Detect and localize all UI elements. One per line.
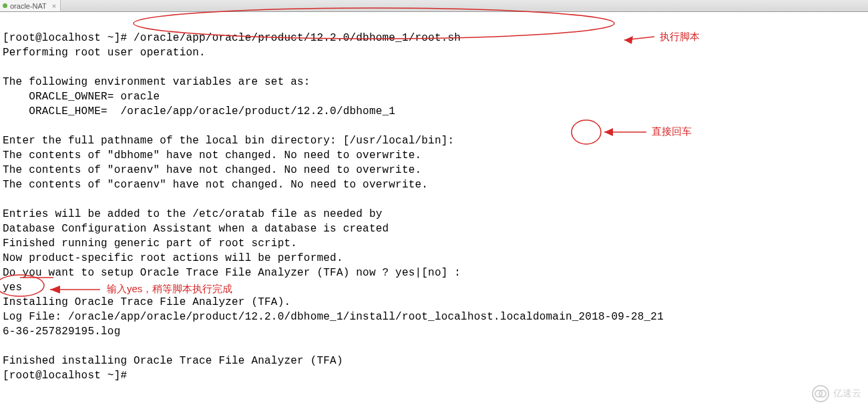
watermark-text: 亿速云 bbox=[833, 388, 861, 400]
close-icon[interactable]: × bbox=[52, 2, 56, 10]
terminal-line: 6-36-257829195.log bbox=[3, 326, 120, 338]
terminal-line: Entries will be added to the /etc/oratab… bbox=[3, 208, 383, 220]
terminal-line: Performing root user operation. bbox=[3, 47, 206, 59]
tab-oracle-nat[interactable]: oracle-NAT × bbox=[0, 0, 61, 11]
terminal-line: ORACLE_HOME= /oracle/app/oracle/product/… bbox=[3, 105, 395, 117]
terminal-line: Log File: /oracle/app/oracle/product/12.… bbox=[3, 311, 664, 323]
terminal-line: Enter the full pathname of the local bin… bbox=[3, 135, 454, 147]
annotation-press-enter: 直接回车 bbox=[652, 125, 692, 138]
annotation-run-script: 执行脚本 bbox=[660, 31, 700, 43]
terminal-line: [root@localhost ~]# bbox=[3, 370, 127, 382]
terminal-output[interactable]: [root@localhost ~]# /oracle/app/oracle/p… bbox=[0, 12, 868, 387]
annotation-type-yes: 输入yes，稍等脚本执行完成 bbox=[107, 283, 232, 296]
terminal-line: Finished installing Oracle Trace File An… bbox=[3, 355, 343, 367]
terminal-line: The contents of "coraenv" have not chang… bbox=[3, 179, 428, 191]
watermark-icon bbox=[812, 385, 829, 402]
terminal-line: The contents of "dbhome" have not change… bbox=[3, 149, 421, 161]
tab-bar: oracle-NAT × bbox=[0, 0, 868, 12]
tab-title: oracle-NAT bbox=[10, 2, 47, 10]
terminal-line: Now product-specific root actions will b… bbox=[3, 252, 343, 264]
terminal-line: [root@localhost ~]# /oracle/app/oracle/p… bbox=[3, 32, 461, 44]
terminal-line: The contents of "oraenv" have not change… bbox=[3, 164, 421, 176]
terminal-line: The following environment variables are … bbox=[3, 76, 310, 88]
watermark: 亿速云 bbox=[812, 385, 861, 402]
terminal-line: Database Configuration Assistant when a … bbox=[3, 223, 389, 235]
terminal-line: yes bbox=[3, 282, 22, 294]
terminal-line: ORACLE_OWNER= oracle bbox=[3, 91, 160, 103]
terminal-line: Do you want to setup Oracle Trace File A… bbox=[3, 267, 461, 279]
connection-status-icon bbox=[3, 3, 7, 8]
terminal-line: Finished running generic part of root sc… bbox=[3, 238, 297, 250]
terminal-line: Installing Oracle Trace File Analyzer (T… bbox=[3, 296, 290, 308]
